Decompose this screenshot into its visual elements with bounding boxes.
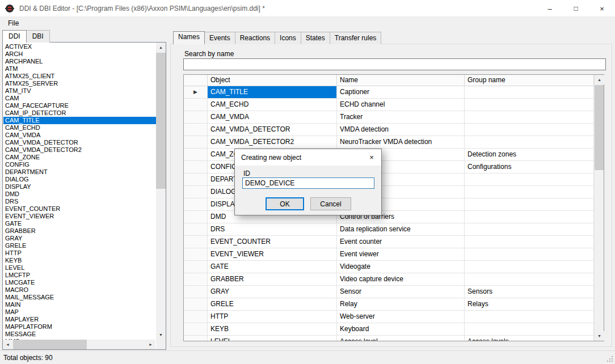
list-item[interactable]: GRELE [3, 242, 156, 249]
list-horizontal-scrollbar[interactable]: ◄ ► [3, 340, 155, 349]
search-input[interactable] [183, 58, 606, 70]
cell-group[interactable] [465, 223, 594, 236]
row-header-cell[interactable] [184, 323, 208, 336]
table-row[interactable]: LEVELAccess levelAccess levels [184, 336, 594, 341]
cell-object[interactable]: CAM_VMDA_DETECTOR [208, 124, 337, 136]
cell-group[interactable]: Detection zones [465, 149, 594, 161]
cell-object[interactable]: EVENT_COUNTER [208, 236, 337, 248]
row-header-cell[interactable] [184, 248, 208, 261]
cell-object[interactable]: CAM_VMDA_DETECTOR2 [208, 136, 337, 149]
table-row[interactable]: DRSData replication service [184, 223, 594, 236]
cell-group[interactable]: Access levels [465, 336, 594, 341]
cell-group[interactable] [465, 273, 594, 286]
list-item[interactable]: MESSAGE [3, 331, 156, 338]
cell-object[interactable]: CAM_ECHD [208, 99, 337, 111]
list-item[interactable]: CAM_VMDA [3, 132, 156, 139]
row-header-cell[interactable] [184, 286, 208, 298]
list-item[interactable]: GRABBER [3, 227, 156, 235]
cancel-button[interactable]: Cancel [310, 197, 351, 210]
list-item[interactable]: ACTIVEX [3, 43, 156, 50]
cell-group[interactable] [465, 136, 594, 149]
cell-group[interactable] [465, 111, 594, 124]
list-item[interactable]: DEPARTMENT [3, 168, 156, 176]
cell-name[interactable]: Web-server [337, 311, 465, 323]
tab-names[interactable]: Names [173, 31, 205, 44]
header-group-name[interactable]: Group name [465, 75, 594, 86]
cell-name[interactable]: Video capture device [337, 273, 465, 286]
table-row[interactable]: GATEVideogate [184, 261, 594, 273]
row-header-cell[interactable] [184, 186, 208, 198]
table-row[interactable]: CAM_ECHDECHD channel [184, 99, 594, 111]
cell-name[interactable]: ECHD channel [337, 99, 465, 111]
close-button[interactable]: × [589, 0, 615, 17]
list-item[interactable]: MAPPLATFORM [3, 323, 156, 331]
cell-object[interactable]: GRABBER [208, 273, 337, 286]
cell-group[interactable] [465, 261, 594, 273]
list-item[interactable]: MAIL_MESSAGE [3, 294, 156, 301]
tab-events[interactable]: Events [204, 32, 235, 44]
cell-name[interactable]: NeuroTracker VMDA detection [337, 136, 465, 149]
table-row[interactable]: CAM_VMDATracker [184, 111, 594, 124]
row-header-cell[interactable] [184, 99, 208, 111]
row-header-cell[interactable] [184, 124, 208, 136]
list-item[interactable]: ATMX25_CLIENT [3, 73, 156, 80]
cell-group[interactable] [465, 124, 594, 136]
list-item[interactable]: LMCFTP [3, 272, 156, 279]
scroll-down-icon[interactable]: ▼ [595, 331, 604, 341]
tab-icons[interactable]: Icons [275, 32, 301, 44]
table-row[interactable]: HTTPWeb-server [184, 311, 594, 323]
cell-name[interactable]: Event counter [337, 236, 465, 248]
cell-object[interactable]: DRS [208, 223, 337, 236]
cell-object[interactable]: CAM_TITLE [208, 86, 337, 99]
tab-reactions[interactable]: Reactions [235, 32, 275, 44]
scroll-up-icon[interactable]: ▲ [156, 43, 166, 52]
list-vertical-scrollbar[interactable]: ▲ ▼ [156, 43, 166, 340]
list-item[interactable]: CAM_FACECAPTURE [3, 102, 156, 109]
cell-name[interactable]: Captioner [337, 86, 465, 99]
list-item[interactable]: ATMX25_SERVER [3, 80, 156, 87]
list-item[interactable]: DIALOG [3, 176, 156, 183]
table-row[interactable]: EVENT_VIEWEREvent viewer [184, 248, 594, 261]
cell-group[interactable]: Relays [465, 298, 594, 311]
cell-group[interactable] [465, 173, 594, 186]
resize-grip[interactable] [606, 355, 614, 363]
scroll-up-icon[interactable]: ▲ [595, 75, 604, 84]
list-item[interactable]: CAM_ECHD [3, 124, 156, 132]
tab-transfer-rules[interactable]: Transfer rules [330, 32, 382, 44]
list-item[interactable]: ARCHPANEL [3, 58, 156, 65]
list-item[interactable]: CAM_TITLE [3, 117, 156, 124]
id-input[interactable] [242, 177, 374, 189]
cell-group[interactable] [465, 86, 594, 99]
list-item[interactable]: MACRO [3, 286, 156, 294]
cell-group[interactable] [465, 236, 594, 248]
table-row[interactable]: GRELERelayRelays [184, 298, 594, 311]
list-item[interactable]: MAPLAYER [3, 316, 156, 323]
cell-name[interactable]: Data replication service [337, 223, 465, 236]
list-item[interactable]: EVENT_VIEWER [3, 213, 156, 220]
cell-object[interactable]: HTTP [208, 311, 337, 323]
list-item[interactable]: ATM [3, 65, 156, 73]
table-row[interactable]: ▶CAM_TITLECaptioner [184, 86, 594, 99]
menu-file[interactable]: File [0, 18, 24, 29]
row-header-cell[interactable] [184, 211, 208, 223]
cell-object[interactable]: GATE [208, 261, 337, 273]
tab-ddi[interactable]: DDI [2, 30, 27, 43]
list-item[interactable]: HTTP [3, 249, 156, 257]
row-header-cell[interactable]: ▶ [184, 86, 208, 99]
table-row[interactable]: CAM_VMDA_DETECTOR2NeuroTracker VMDA dete… [184, 136, 594, 149]
list-item[interactable]: CAM_VMDA_DETECTOR2 [3, 146, 156, 154]
cell-object[interactable]: GRELE [208, 298, 337, 311]
table-row[interactable]: CAM_VMDA_DETECTORVMDA detection [184, 124, 594, 136]
tab-states[interactable]: States [301, 32, 330, 44]
list-item[interactable]: EVENT_COUNTER [3, 205, 156, 213]
list-item[interactable]: GATE [3, 220, 156, 227]
list-item[interactable]: GRAY [3, 235, 156, 242]
cell-group[interactable] [465, 99, 594, 111]
list-item[interactable]: DRS [3, 198, 156, 205]
row-header-cell[interactable] [184, 336, 208, 341]
table-vscroll-thumb[interactable] [595, 85, 604, 170]
list-item[interactable]: CAM_VMDA_DETECTOR [3, 139, 156, 146]
cell-group[interactable] [465, 323, 594, 336]
cell-name[interactable]: Access level [337, 336, 465, 341]
row-header-cell[interactable] [184, 173, 208, 186]
